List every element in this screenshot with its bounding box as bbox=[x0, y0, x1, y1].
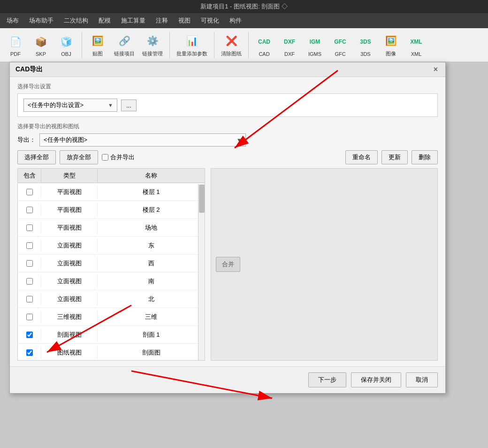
cell-type-8: 剖面视图 bbox=[41, 328, 98, 342]
igms-icon: IGM bbox=[306, 33, 323, 50]
cell-type-0: 平面视图 bbox=[41, 185, 98, 199]
delete-button[interactable]: 删除 bbox=[412, 150, 438, 164]
action-row: 选择全部 放弃全部 合并导出 重命名 更新 删除 bbox=[17, 150, 438, 164]
merge-btn-container: 合并 bbox=[216, 257, 240, 272]
menu-item-peimu[interactable]: 配模 bbox=[94, 15, 115, 27]
cell-include-4[interactable] bbox=[18, 257, 41, 270]
merge-button[interactable]: 合并 bbox=[216, 257, 240, 272]
menu-item-keshihua[interactable]: 可视化 bbox=[196, 15, 224, 27]
toolbar-lianjieguan[interactable]: ⚙️ 链接管理 bbox=[139, 31, 166, 58]
row-checkbox-9[interactable] bbox=[26, 349, 33, 356]
row-checkbox-2[interactable] bbox=[26, 224, 33, 231]
toolbar-qingchutuzhi[interactable]: ❌ 清除图纸 bbox=[218, 31, 244, 58]
table-header: 包含 类型 名称 bbox=[18, 169, 205, 183]
skp-icon: 📦 bbox=[32, 33, 49, 50]
table-row: 三维视图 三维 bbox=[18, 308, 205, 326]
export-settings-row: <任务中的导出设置> ▼ ... bbox=[23, 99, 432, 112]
cell-include-0[interactable] bbox=[18, 186, 41, 198]
cell-name-0: 楼层 1 bbox=[98, 185, 205, 199]
cancel-button[interactable]: 取消 bbox=[406, 372, 438, 387]
lianjieguan-icon: ⚙️ bbox=[144, 32, 161, 49]
export-dropdown-text: <任务中的视图> bbox=[44, 136, 87, 144]
table-row: 平面视图 场地 bbox=[18, 219, 205, 237]
row-checkbox-4[interactable] bbox=[26, 260, 33, 267]
export-dropdown[interactable]: <任务中的视图> ▼ bbox=[39, 133, 246, 147]
3ds-label: 3DS bbox=[360, 51, 370, 57]
row-checkbox-1[interactable] bbox=[26, 207, 33, 213]
toolbar-igms[interactable]: IGM IGMS bbox=[303, 32, 327, 58]
cell-name-4: 西 bbox=[98, 256, 205, 270]
dots-button[interactable]: ... bbox=[121, 100, 137, 111]
toolbar-gfc[interactable]: GFC GFC bbox=[328, 32, 352, 58]
merge-label-text: 合并导出 bbox=[110, 153, 135, 162]
pdf-label: PDF bbox=[10, 51, 21, 57]
col-name: 名称 bbox=[98, 169, 205, 183]
toolbar-piliangtianjia[interactable]: 📊 批量添加参数 bbox=[174, 31, 210, 58]
section2-label: 选择要导出的视图和图纸 bbox=[17, 123, 438, 131]
deselect-all-button[interactable]: 放弃全部 bbox=[60, 150, 98, 164]
menu-item-zhushi[interactable]: 注释 bbox=[151, 15, 173, 27]
cell-include-7[interactable] bbox=[18, 311, 41, 323]
settings-dropdown-text: <任务中的导出设置> bbox=[28, 101, 84, 109]
row-checkbox-3[interactable] bbox=[26, 242, 33, 249]
menu-item-changbuzs[interactable]: 场布助手 bbox=[24, 15, 58, 27]
rename-button[interactable]: 重命名 bbox=[345, 150, 378, 164]
toolbar-lianjie[interactable]: 🔗 链接项目 bbox=[111, 31, 137, 58]
row-checkbox-0[interactable] bbox=[26, 189, 33, 195]
cell-include-9[interactable] bbox=[18, 347, 41, 359]
divider3 bbox=[214, 32, 214, 58]
row-checkbox-5[interactable] bbox=[26, 278, 33, 285]
cell-type-2: 平面视图 bbox=[41, 221, 98, 235]
row-checkbox-7[interactable] bbox=[26, 314, 33, 320]
cell-include-2[interactable] bbox=[18, 222, 41, 234]
close-button[interactable]: × bbox=[432, 65, 440, 74]
qingchutuzhi-label: 清除图纸 bbox=[221, 50, 242, 57]
row-checkbox-6[interactable] bbox=[26, 296, 33, 302]
next-button[interactable]: 下一步 bbox=[308, 372, 346, 387]
toolbar-cad[interactable]: CAD CAD bbox=[252, 32, 276, 58]
cell-type-7: 三维视图 bbox=[41, 310, 98, 324]
table-row: 平面视图 楼层 1 bbox=[18, 183, 205, 201]
menu-item-ercijiegou[interactable]: 二次结构 bbox=[59, 15, 93, 27]
select-all-button[interactable]: 选择全部 bbox=[17, 150, 56, 164]
cell-include-6[interactable] bbox=[18, 293, 41, 305]
export-dropdown-arrow: ▼ bbox=[236, 137, 242, 143]
merge-checkbox[interactable] bbox=[102, 154, 108, 161]
cad-label: CAD bbox=[259, 51, 269, 57]
piliangtianjia-icon: 📊 bbox=[183, 32, 200, 49]
export-row: 导出： <任务中的视图> ▼ bbox=[17, 133, 438, 147]
divider2 bbox=[169, 32, 170, 58]
cell-include-5[interactable] bbox=[18, 275, 41, 287]
settings-dropdown[interactable]: <任务中的导出设置> ▼ bbox=[23, 99, 117, 112]
save-close-button[interactable]: 保存并关闭 bbox=[351, 372, 401, 387]
toolbar-skp[interactable]: 📦 SKP bbox=[29, 32, 53, 58]
menu-item-goujian[interactable]: 构件 bbox=[225, 15, 246, 27]
menu-item-shitu[interactable]: 视图 bbox=[174, 15, 195, 27]
cell-type-4: 立面视图 bbox=[41, 256, 98, 270]
cell-include-1[interactable] bbox=[18, 204, 41, 216]
toolbar-image[interactable]: 🖼️ 图像 bbox=[379, 31, 403, 58]
toolbar-3ds[interactable]: 3DS 3DS bbox=[354, 32, 377, 58]
toolbar-obj[interactable]: 🧊 OBJ bbox=[54, 32, 78, 58]
row-checkbox-8[interactable] bbox=[26, 332, 33, 338]
section1-box: <任务中的导出设置> ▼ ... bbox=[17, 93, 438, 117]
piliangtianjia-label: 批量添加参数 bbox=[176, 50, 207, 57]
toolbar-dxf[interactable]: DXF DXF bbox=[278, 32, 301, 58]
dialog-titlebar: CAD导出 × bbox=[10, 62, 445, 77]
cell-include-3[interactable] bbox=[18, 239, 41, 252]
scrollbar[interactable] bbox=[198, 184, 205, 361]
toolbar-pdf[interactable]: 📄 PDF bbox=[4, 32, 27, 58]
toolbar-tietu[interactable]: 🖼️ 贴图 bbox=[86, 31, 109, 58]
menu-item-changbu[interactable]: 场布 bbox=[2, 15, 23, 27]
cell-name-1: 楼层 2 bbox=[98, 203, 205, 217]
update-button[interactable]: 更新 bbox=[381, 150, 408, 164]
gfc-icon: GFC bbox=[332, 33, 349, 50]
menu-item-shigongsuliang[interactable]: 施工算量 bbox=[116, 15, 150, 27]
table-row: 平面视图 楼层 2 bbox=[18, 201, 205, 219]
cell-name-6: 北 bbox=[98, 292, 205, 306]
menu-bar: 场布 场布助手 二次结构 配模 施工算量 注释 视图 可视化 构件 bbox=[0, 13, 488, 28]
table-row: 立面视图 南 bbox=[18, 272, 205, 290]
cell-include-8[interactable] bbox=[18, 329, 41, 341]
merge-checkbox-label[interactable]: 合并导出 bbox=[102, 153, 135, 162]
toolbar-xml[interactable]: XML XML bbox=[404, 32, 428, 58]
